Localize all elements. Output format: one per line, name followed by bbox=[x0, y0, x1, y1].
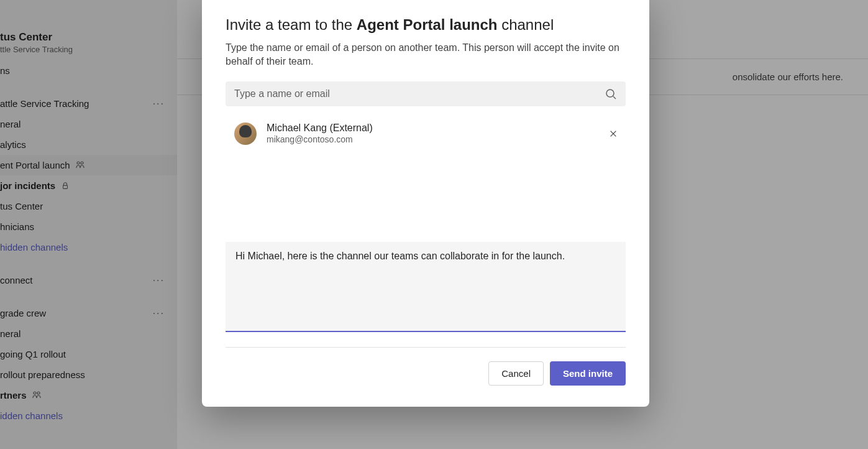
person-email: mikang@contoso.com bbox=[267, 134, 603, 144]
modal-title: Invite a team to the Agent Portal launch… bbox=[226, 16, 626, 34]
search-icon bbox=[605, 88, 617, 100]
selected-person: Michael Kang (External) mikang@contoso.c… bbox=[226, 120, 626, 149]
cancel-button[interactable]: Cancel bbox=[488, 361, 544, 386]
divider bbox=[226, 347, 626, 348]
search-box[interactable] bbox=[226, 81, 626, 106]
avatar bbox=[234, 123, 257, 145]
invite-message-input[interactable] bbox=[226, 242, 626, 332]
modal-subtitle: Type the name or email of a person on an… bbox=[226, 41, 626, 69]
svg-line-6 bbox=[613, 96, 616, 99]
modal-actions: Cancel Send invite bbox=[226, 361, 626, 386]
svg-point-5 bbox=[606, 90, 614, 97]
person-info: Michael Kang (External) mikang@contoso.c… bbox=[267, 123, 603, 144]
send-invite-button[interactable]: Send invite bbox=[550, 361, 626, 386]
search-input[interactable] bbox=[234, 88, 605, 100]
remove-person-button[interactable] bbox=[603, 124, 623, 144]
person-name: Michael Kang (External) bbox=[267, 123, 603, 134]
invite-team-modal: Invite a team to the Agent Portal launch… bbox=[202, 0, 649, 407]
